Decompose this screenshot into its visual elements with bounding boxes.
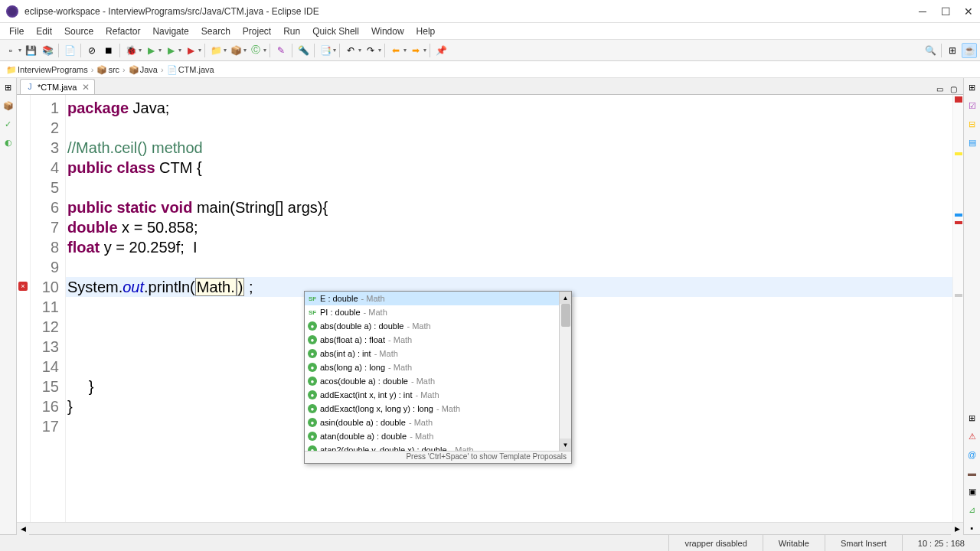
save-all-button[interactable]: 📚 xyxy=(40,43,55,58)
new-package-button[interactable]: 📦 xyxy=(228,43,243,58)
coverage-button[interactable]: ▶ xyxy=(163,43,178,58)
junit-icon[interactable]: ✓ xyxy=(2,118,15,130)
code-line[interactable] xyxy=(66,118,963,138)
field-icon: SF xyxy=(308,294,317,303)
scroll-right-button[interactable]: ▶ xyxy=(951,523,963,535)
skip-breakpoints-button[interactable]: ⊘ xyxy=(84,43,100,58)
save-button[interactable]: 💾 xyxy=(23,43,38,58)
previous-annotation-button[interactable]: ↶ xyxy=(343,43,358,58)
external-tools-button[interactable]: ▶ xyxy=(183,43,198,58)
terminate-button[interactable]: ⏹ xyxy=(101,43,116,58)
autocomplete-item[interactable]: SFPI : double - Math xyxy=(305,305,571,319)
menu-source[interactable]: Source xyxy=(58,24,100,38)
code-line[interactable]: double x = 50.858; xyxy=(66,217,963,237)
debug-button[interactable]: 🐞 xyxy=(123,43,139,58)
java-perspective-button[interactable]: ☕ xyxy=(962,43,977,58)
javadoc-icon[interactable]: @ xyxy=(966,448,978,461)
autocomplete-list[interactable]: SFE : double - MathSFPI : double - Math●… xyxy=(305,292,571,451)
autocomplete-popup[interactable]: SFE : double - MathSFPI : double - Math●… xyxy=(304,291,572,464)
autocomplete-item[interactable]: ●abs(long a) : long - Math xyxy=(305,360,571,374)
restore-view-icon[interactable]: ⊞ xyxy=(2,81,15,93)
problems-view-icon[interactable]: ⚠ xyxy=(966,430,978,442)
data-hierarchy-icon[interactable]: ⊿ xyxy=(966,504,978,516)
statusbar: vrapper disabled Writable Smart Insert 1… xyxy=(0,534,980,551)
code-line[interactable]: //Math.ceil() method xyxy=(66,138,963,158)
horizontal-scrollbar[interactable]: ◀ ▶ xyxy=(17,522,963,534)
status-vrapper: vrapper disabled xyxy=(668,535,762,551)
menu-navigate[interactable]: Navigate xyxy=(146,24,194,38)
code-line[interactable]: package Java; xyxy=(66,98,963,118)
overview-ruler[interactable] xyxy=(952,95,963,522)
method-icon: ● xyxy=(308,445,317,451)
autocomplete-scrollbar[interactable]: ▲ ▼ xyxy=(559,292,571,451)
autocomplete-item[interactable]: ●addExact(long x, long y) : long - Math xyxy=(305,402,571,416)
new-button[interactable]: ▫ xyxy=(3,43,18,58)
search-button[interactable]: 🔦 xyxy=(296,43,311,58)
autocomplete-item[interactable]: ●abs(int a) : int - Math xyxy=(305,347,571,360)
open-perspective-button[interactable]: ⊞ xyxy=(945,43,960,58)
outline-icon[interactable]: ⊟ xyxy=(966,118,978,130)
pin-editor-button[interactable]: 📌 xyxy=(433,43,449,58)
autocomplete-item[interactable]: ●asin(double a) : double - Math xyxy=(305,416,571,429)
error-marker-icon[interactable]: × xyxy=(18,282,28,291)
close-button[interactable]: ✕ xyxy=(963,6,974,17)
maximize-editor-button[interactable]: ▢ xyxy=(948,83,959,94)
run-button[interactable]: ▶ xyxy=(143,43,158,58)
menu-quick-shell[interactable]: Quick Shell xyxy=(306,24,365,38)
minimap-icon[interactable]: ▤ xyxy=(966,136,978,148)
toggle-mark-button[interactable]: 📑 xyxy=(318,43,333,58)
open-task-button[interactable]: ✎ xyxy=(273,43,289,58)
code-line[interactable] xyxy=(66,257,963,277)
method-icon: ● xyxy=(308,363,317,372)
autocomplete-item[interactable]: ●atan(double a) : double - Math xyxy=(305,429,571,443)
breadcrumb-src[interactable]: 📦src xyxy=(96,65,119,74)
open-type-button[interactable]: 📄 xyxy=(62,43,77,58)
autocomplete-item[interactable]: ●atan2(double y, double x) : double - Ma… xyxy=(305,443,571,451)
menu-refactor[interactable]: Refactor xyxy=(100,24,146,38)
menu-project[interactable]: Project xyxy=(237,24,277,38)
task-list-icon[interactable]: ☑ xyxy=(966,99,978,112)
code-line[interactable]: public static void main(String[] args){ xyxy=(66,197,963,217)
autocomplete-item[interactable]: ●abs(double a) : double - Math xyxy=(305,319,571,333)
scrollbar-thumb[interactable] xyxy=(561,304,570,327)
menu-edit[interactable]: Edit xyxy=(30,24,58,38)
coverage-icon[interactable]: ◐ xyxy=(2,136,15,148)
scroll-up-button[interactable]: ▲ xyxy=(560,292,571,304)
autocomplete-item[interactable]: ●addExact(int x, int y) : int - Math xyxy=(305,388,571,402)
declaration-icon[interactable]: ▬ xyxy=(966,467,978,479)
next-annotation-button[interactable]: ↷ xyxy=(363,43,378,58)
package-explorer-icon[interactable]: 📦 xyxy=(2,99,15,112)
code-line[interactable]: float y = 20.259f; I xyxy=(66,237,963,257)
breadcrumb-file[interactable]: 📄CTM.java xyxy=(167,65,214,74)
breadcrumb-project[interactable]: 📁InterviewPrograms xyxy=(6,65,88,74)
scroll-left-button[interactable]: ◀ xyxy=(17,523,29,535)
minimize-editor-button[interactable]: ▭ xyxy=(934,83,945,94)
breadcrumb-package[interactable]: 📦Java xyxy=(129,65,158,74)
problems-icon[interactable]: ⊞ xyxy=(966,412,978,424)
close-tab-button[interactable]: ✕ xyxy=(82,82,90,93)
menu-window[interactable]: Window xyxy=(365,24,410,38)
terminal-icon[interactable]: ▪ xyxy=(966,522,978,534)
new-class-button[interactable]: Ⓒ xyxy=(248,43,263,58)
autocomplete-item[interactable]: SFE : double - Math xyxy=(305,292,571,305)
menu-help[interactable]: Help xyxy=(410,24,442,38)
scroll-down-button[interactable]: ▼ xyxy=(560,439,571,451)
maximize-button[interactable]: ☐ xyxy=(940,6,951,17)
code-line[interactable]: public class CTM { xyxy=(66,158,963,178)
menu-search[interactable]: Search xyxy=(195,24,237,38)
menu-run[interactable]: Run xyxy=(277,24,306,38)
autocomplete-item[interactable]: ●acos(double a) : double - Math xyxy=(305,374,571,388)
back-button[interactable]: ⬅ xyxy=(388,43,403,58)
forward-button[interactable]: ➡ xyxy=(408,43,423,58)
menu-file[interactable]: File xyxy=(3,24,30,38)
minimize-button[interactable]: ─ xyxy=(917,6,928,17)
restore-view-right-icon[interactable]: ⊞ xyxy=(966,81,978,93)
method-icon: ● xyxy=(308,418,317,427)
editor-tab[interactable]: J *CTM.java ✕ xyxy=(20,79,95,94)
autocomplete-item[interactable]: ●abs(float a) : float - Math xyxy=(305,333,571,347)
eclipse-icon xyxy=(6,5,18,18)
console-icon[interactable]: ▣ xyxy=(966,485,978,497)
code-line[interactable] xyxy=(66,178,963,197)
new-java-project-button[interactable]: 📁 xyxy=(208,43,224,58)
quick-access-button[interactable]: 🔍 xyxy=(923,43,938,58)
